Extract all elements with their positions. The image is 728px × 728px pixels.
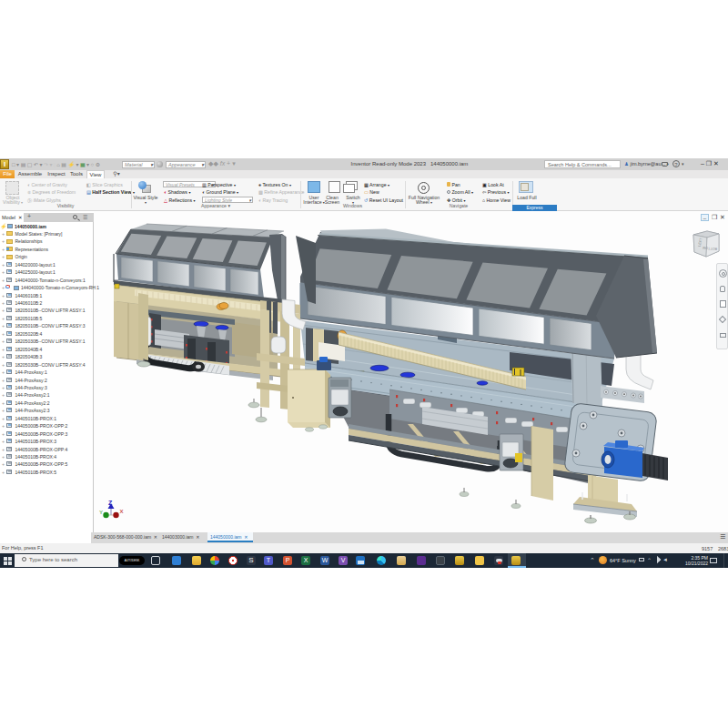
svg-text:X: X	[120, 509, 124, 514]
svg-text:Y: Y	[99, 510, 103, 515]
